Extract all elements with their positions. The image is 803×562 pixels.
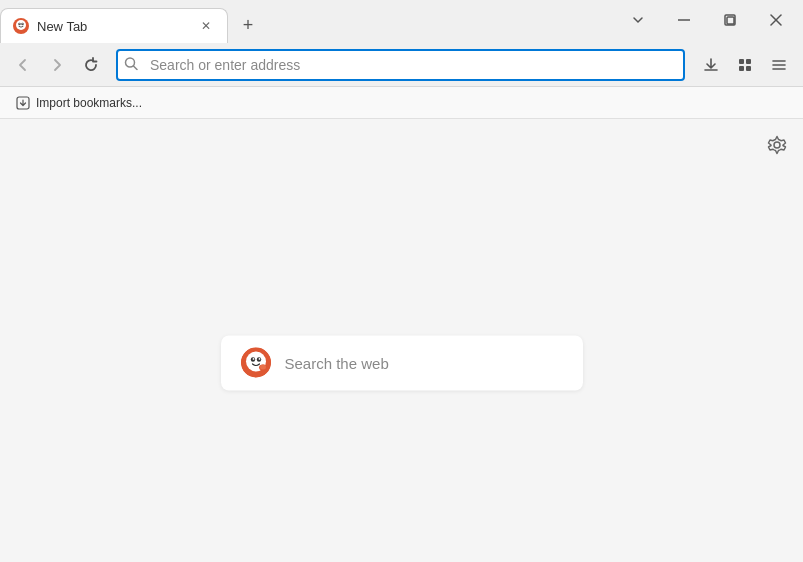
tab-close-button[interactable]: ✕ — [197, 17, 215, 35]
forward-button[interactable] — [42, 50, 72, 80]
svg-point-28 — [260, 365, 266, 370]
import-bookmarks-link[interactable]: Import bookmarks... — [10, 94, 148, 112]
tab-title: New Tab — [37, 19, 189, 34]
bookmarks-bar: Import bookmarks... — [0, 87, 803, 119]
svg-rect-16 — [746, 66, 751, 71]
import-bookmarks-label: Import bookmarks... — [36, 96, 142, 110]
tab-strip: New Tab ✕ + — [0, 0, 264, 43]
search-widget[interactable]: Search the web — [221, 335, 583, 390]
ddg-logo — [241, 348, 271, 378]
svg-point-1 — [16, 20, 26, 30]
toolbar-right — [695, 49, 795, 81]
window-controls — [615, 4, 803, 40]
svg-point-26 — [258, 358, 260, 360]
settings-button[interactable] — [763, 131, 791, 159]
new-tab-button[interactable]: + — [232, 9, 264, 41]
svg-rect-14 — [746, 59, 751, 64]
back-button[interactable] — [8, 50, 38, 80]
toolbar — [0, 43, 803, 87]
import-icon — [16, 96, 30, 110]
restore-button[interactable] — [707, 4, 753, 36]
search-widget-label: Search the web — [285, 354, 389, 371]
address-input[interactable] — [116, 49, 685, 81]
title-bar: New Tab ✕ + — [0, 0, 803, 43]
svg-rect-13 — [739, 59, 744, 64]
dropdown-button[interactable] — [615, 4, 661, 36]
active-tab[interactable]: New Tab ✕ — [0, 8, 228, 43]
svg-rect-15 — [739, 66, 744, 71]
minimize-button[interactable] — [661, 4, 707, 36]
svg-rect-8 — [727, 17, 734, 24]
page-content: Search the web — [0, 119, 803, 562]
tab-favicon — [13, 18, 29, 34]
svg-point-5 — [22, 23, 23, 24]
reload-button[interactable] — [76, 50, 106, 80]
menu-button[interactable] — [763, 49, 795, 81]
svg-point-25 — [252, 358, 254, 360]
address-bar-wrapper — [116, 49, 685, 81]
svg-point-4 — [19, 23, 20, 24]
close-button[interactable] — [753, 4, 799, 36]
extensions-button[interactable] — [729, 49, 761, 81]
download-button[interactable] — [695, 49, 727, 81]
